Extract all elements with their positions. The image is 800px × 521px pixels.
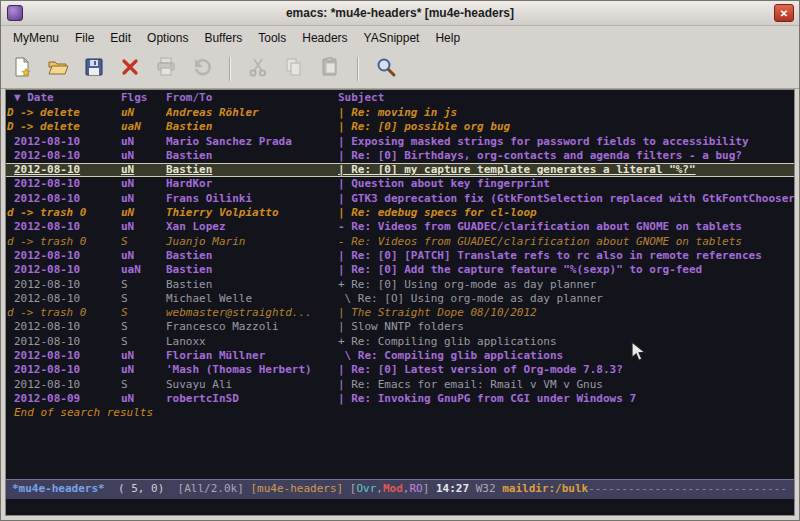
menu-tools[interactable]: Tools (250, 28, 294, 48)
close-icon: ✕ (780, 8, 788, 19)
message-row[interactable]: d -> trash 0uNThierry Volpiatto| Re: ede… (6, 206, 794, 220)
message-date: 2012-08-10 (14, 292, 121, 306)
message-subject: | Re: Invoking GnuPG from CGI under Wind… (338, 392, 794, 406)
modeline-segment-mode: [mu4e-headers] (250, 482, 349, 495)
message-from: Mario Sanchez Prada (166, 135, 338, 149)
menu-file[interactable]: File (67, 28, 102, 48)
save-icon (83, 56, 105, 82)
frame-body: ▼ Date Flgs From/To Subject D -> deleteu… (1, 89, 799, 520)
message-from: webmaster@straightd... (166, 306, 338, 320)
message-subject: | Re: [0] possible org bug (338, 120, 794, 134)
modeline-segment-folder: maildir:/bulk (502, 482, 588, 495)
menu-yasnippet[interactable]: YASnippet (356, 28, 428, 48)
menu-mymenu[interactable]: MyMenu (5, 28, 67, 48)
modeline-segment-ovr: Ovr (356, 482, 376, 495)
message-date: d -> trash 0 (7, 306, 121, 320)
buffer-area: ▼ Date Flgs From/To Subject D -> deleteu… (5, 89, 795, 516)
message-row[interactable]: 2012-08-10uNMario Sanchez Prada| Exposin… (6, 135, 794, 149)
modeline-segment-ro: RO (409, 482, 422, 495)
message-row[interactable]: 2012-08-10SSuvayu Ali| Re: Emacs for ema… (6, 378, 794, 392)
message-from: Thierry Volpiatto (166, 206, 338, 220)
message-date: 2012-08-10 (14, 149, 121, 163)
message-subject: | Re: edebug specs for cl-loop (338, 206, 794, 220)
header-flags: Flgs (121, 90, 166, 106)
menu-help[interactable]: Help (427, 28, 468, 48)
open-folder-button[interactable] (43, 54, 73, 84)
message-row[interactable]: 2012-08-10uNBastien| Re: [0] [PATCH] Tra… (6, 249, 794, 263)
message-row[interactable]: 2012-08-10uNHardKor| Question about key … (6, 177, 794, 191)
message-row[interactable]: 2012-08-10uNBastien| Re: [0] my capture … (6, 163, 794, 177)
message-date: 2012-08-10 (14, 263, 121, 277)
message-from: Bastien (166, 249, 338, 263)
message-row[interactable]: 2012-08-10uNBastien| Re: [0] Birthdays, … (6, 149, 794, 163)
menu-bar: MyMenuFileEditOptionsBuffersToolsHeaders… (1, 26, 799, 50)
window-icon (7, 5, 23, 21)
message-row[interactable]: d -> trash 0SJuanjo Marin- Re: Videos fr… (6, 235, 794, 249)
message-row[interactable]: 2012-08-10SFrancesco Mazzoli| Slow NNTP … (6, 320, 794, 334)
search-icon (375, 56, 397, 82)
message-from: Xan Lopez (166, 220, 338, 234)
menu-headers[interactable]: Headers (294, 28, 355, 48)
title-bar[interactable]: emacs: *mu4e-headers* [mu4e-headers] ✕ (1, 1, 799, 26)
modeline-segment-dim: W32 (476, 482, 503, 495)
message-flags: S (121, 335, 166, 349)
new-file-button[interactable] (7, 54, 37, 84)
menu-edit[interactable]: Edit (102, 28, 139, 48)
message-date: 2012-08-10 (14, 349, 121, 363)
message-date: 2012-08-10 (14, 177, 121, 191)
message-from: Bastien (166, 149, 338, 163)
minibuffer[interactable] (6, 499, 794, 515)
message-from: Andreas Röhler (166, 106, 338, 120)
message-row[interactable]: 2012-08-10uN'Mash (Thomas Herbert)| Re: … (6, 363, 794, 377)
header-subject: Subject (338, 90, 794, 106)
message-subject: | Re: [0] [PATCH] Translate refs to rc a… (338, 249, 794, 263)
message-from: Bastien (166, 120, 338, 134)
message-flags: uN (121, 392, 166, 406)
cut-button (243, 54, 273, 84)
menu-buffers[interactable]: Buffers (196, 28, 250, 48)
message-row[interactable]: d -> trash 0Swebmaster@straightd...| The… (6, 306, 794, 320)
message-row[interactable]: 2012-08-09uNrobertcInSD| Re: Invoking Gn… (6, 392, 794, 406)
message-row[interactable]: 2012-08-10uNFlorian Müllner \ Re: Compil… (6, 349, 794, 363)
message-subject: | Re: [0] Latest version of Org-mode 7.8… (338, 363, 794, 377)
message-flags: uN (121, 363, 166, 377)
undo-button (187, 54, 217, 84)
message-row[interactable]: D -> deleteuNAndreas Röhler| Re: moving … (6, 106, 794, 120)
message-date: 2012-08-10 (14, 249, 121, 263)
message-row[interactable]: 2012-08-10uNFrans Oilinki| GTK3 deprecat… (6, 192, 794, 206)
close-button[interactable]: ✕ (774, 4, 794, 22)
modeline-segment-dim: , (376, 482, 383, 495)
message-from: Michael Welle (166, 292, 338, 306)
copy-icon (283, 56, 305, 82)
message-flags: uN (121, 106, 166, 120)
message-subject: | Re: [0] my capture template generates … (338, 164, 794, 176)
message-row[interactable]: 2012-08-10SBastien+ Re: [0] Using org-mo… (6, 278, 794, 292)
modeline-segment-dim: [All/2.0k] (178, 482, 251, 495)
close-button[interactable] (115, 54, 145, 84)
modeline-segment-time: 14:27 (429, 482, 475, 495)
message-row[interactable]: D -> deleteuaNBastien| Re: [0] possible … (6, 120, 794, 134)
message-from: Bastien (166, 164, 338, 176)
message-date: D -> delete (7, 120, 121, 134)
save-button[interactable] (79, 54, 109, 84)
menu-options[interactable]: Options (139, 28, 196, 48)
message-flags: uN (121, 249, 166, 263)
message-row[interactable]: 2012-08-10SLanoxx+ Re: Compiling glib ap… (6, 335, 794, 349)
copy-button (279, 54, 309, 84)
print-button (151, 54, 181, 84)
message-date: 2012-08-10 (14, 320, 121, 334)
message-row[interactable]: 2012-08-10uNXan Lopez- Re: Videos from G… (6, 220, 794, 234)
message-subject: | The Straight Dope 08/10/2012 (338, 306, 794, 320)
message-row[interactable]: 2012-08-10SMichael Welle \ Re: [O] Using… (6, 292, 794, 306)
message-from: robertcInSD (166, 392, 338, 406)
search-button[interactable] (371, 54, 401, 84)
message-from: 'Mash (Thomas Herbert) (166, 363, 338, 377)
message-row[interactable]: 2012-08-10uaNBastien| Re: [0] Add the ca… (6, 263, 794, 277)
message-date: 2012-08-10 (14, 335, 121, 349)
message-flags: S (121, 278, 166, 292)
message-date: 2012-08-10 (14, 278, 121, 292)
toolbar (1, 50, 799, 89)
message-flags: uN (121, 192, 166, 206)
message-flags: S (121, 306, 166, 320)
mode-line: *mu4e-headers* ( 5, 0) [All/2.0k] [mu4e-… (6, 479, 794, 499)
